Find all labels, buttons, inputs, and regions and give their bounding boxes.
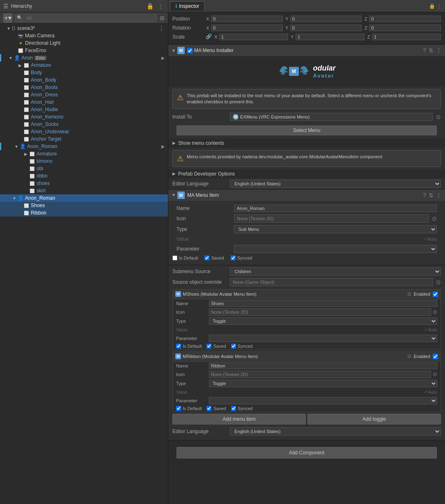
ribbon-type-select[interactable]: Toggle <box>209 380 437 387</box>
scale-x-input[interactable] <box>219 34 288 40</box>
menu-item-synced-checkbox[interactable] <box>231 255 236 260</box>
tree-item-faceemo[interactable]: ▶ ⬜ FaceEmo <box>0 47 168 54</box>
menu-item-more-icon[interactable]: ⋮ <box>436 192 442 198</box>
install-to-target-icon[interactable]: ⊙ <box>436 114 441 120</box>
shoes-synced-checkbox[interactable] <box>231 344 236 349</box>
tree-item-anon-dress[interactable]: ▶ ⬜ Anon_Dress <box>0 91 168 98</box>
hierarchy-menu-icon[interactable]: ☰ <box>3 3 9 9</box>
add-object-button[interactable]: +▾ <box>3 14 12 23</box>
inspector-lock-icon[interactable]: 🔒 <box>429 3 435 9</box>
ribbon-parameter-select[interactable] <box>209 397 437 404</box>
tree-item-anon[interactable]: ▼ 👤 Anon Emo ▶ <box>2 54 168 62</box>
menu-item-icon-value[interactable]: None (Texture 2D) <box>234 214 429 223</box>
tree-item-anon-hair[interactable]: ▶ ⬜ Anon_Hair <box>0 98 168 106</box>
editor-language-select1[interactable]: English (United States) <box>230 180 441 188</box>
installer-more-icon[interactable]: ⋮ <box>436 47 442 54</box>
menu-item-name-input[interactable] <box>234 205 437 212</box>
install-to-value[interactable]: 🔄 EXMenu (VRC Expressions Menu) <box>230 113 433 121</box>
editor-language-select2[interactable]: English (United States) <box>230 427 441 436</box>
hierarchy-lock-icon[interactable]: 🔒 <box>145 2 155 10</box>
shoes-type-select[interactable]: Toggle <box>209 317 437 325</box>
installer-help-icon[interactable]: ? <box>423 47 426 54</box>
tree-item-main-camera[interactable]: ▶ 📷 Main Camera <box>0 32 168 39</box>
installer-settings-icon[interactable]: ⇅ <box>429 47 434 54</box>
shoes-name-input[interactable] <box>209 300 437 307</box>
tree-item-anon-roman2[interactable]: ▼ 👤 Anon_Roman <box>0 194 168 202</box>
add-menu-item-button[interactable]: Add menu item <box>172 414 306 424</box>
ma-menu-item-header[interactable]: ▼ M MA Menu Item ? ⇅ ⋮ <box>168 189 445 201</box>
add-toggle-button[interactable]: Add toggle <box>307 414 441 424</box>
inspector-more-icon[interactable]: ⋮ <box>437 3 442 9</box>
tree-item-anon-socks[interactable]: ▶ ⬜ Anon_Socks <box>0 121 168 128</box>
tree-item-armature2[interactable]: ▶ ⬜ Armature <box>0 150 168 157</box>
source-object-value[interactable]: None (Game Object) <box>230 278 433 286</box>
anon-roman1-expand-icon[interactable]: ▶ <box>161 144 165 149</box>
tree-item-anon-boots[interactable]: ▶ ⬜ Anon_Boots <box>0 84 168 91</box>
ribbon-enabled-checkbox[interactable] <box>433 354 438 359</box>
scale-y-input[interactable] <box>296 34 365 40</box>
tree-item-directional-light[interactable]: ▶ ☀ Directional Light <box>0 39 168 47</box>
ribbon-is-default-checkbox[interactable] <box>176 406 181 411</box>
tree-item-anon-roman1-wrapper[interactable]: ▼ 👤 Anon_Roman ▶ <box>0 143 168 150</box>
position-y-input[interactable] <box>290 16 362 22</box>
tree-item-anchor-target[interactable]: ▶ ⬜ Anchor Target <box>0 135 168 143</box>
tree-item-anon-hudie[interactable]: ▶ ⬜ Anon_Hudie <box>0 106 168 113</box>
menu-item-saved-checkbox[interactable] <box>204 255 209 260</box>
menu-item-parameter-select[interactable] <box>234 245 437 253</box>
ribbon-name-input[interactable] <box>209 363 437 369</box>
menu-item-icon-target[interactable]: ⊙ <box>432 215 437 222</box>
menu-item-is-default-checkbox[interactable] <box>172 255 177 260</box>
tree-item-shoes2[interactable]: ▶ ⬜ Shoes <box>0 202 168 209</box>
scale-z-input[interactable] <box>372 34 441 40</box>
tree-item-anon-kemono[interactable]: ▶ ⬜ Anon_Kemono <box>0 113 168 121</box>
inspector-tab[interactable]: ℹ Inspector <box>170 1 204 11</box>
menu-item-settings-icon[interactable]: ⇅ <box>429 192 434 198</box>
hierarchy-more-icon[interactable]: ⋮ <box>156 2 165 10</box>
tree-item-obi[interactable]: ▶ ⬜ obi <box>0 165 168 172</box>
menu-item-help-icon[interactable]: ? <box>423 192 426 198</box>
shoes-enabled-checkbox[interactable] <box>433 292 438 297</box>
position-z-input[interactable] <box>369 16 441 22</box>
shoes-icon-value[interactable]: None (Texture 2D) <box>209 308 431 316</box>
scene3-more-icon[interactable]: ⋮ <box>158 25 165 32</box>
ribbon-icon-target-icon[interactable]: ⊙ <box>433 371 437 377</box>
menu-item-type-select[interactable]: Sub Menu <box>234 225 437 233</box>
installer-enabled-checkbox[interactable] <box>187 48 193 53</box>
ma-menu-installer-header[interactable]: ▼ M MA Menu Installer ? ⇅ ⋮ <box>168 45 445 56</box>
ribbon-target-icon[interactable]: ⊙ <box>407 353 411 359</box>
search-input[interactable] <box>24 14 155 22</box>
tree-item-ribbon[interactable]: ▶ ⬜ Ribbon <box>0 209 168 217</box>
tree-item-anon-underwear[interactable]: ▶ ⬜ Anon_Underwear <box>0 128 168 135</box>
show-menu-contents-toggle[interactable]: ▶ Show menu contents <box>168 139 445 148</box>
tree-item-ribbn[interactable]: ▶ ⬜ ribbn <box>0 172 168 180</box>
tree-item-scene3[interactable]: ▼ 🗋 scene3* ⋮ <box>0 25 168 32</box>
anon-expand-icon[interactable]: ▶ <box>161 55 165 61</box>
tree-item-armature1[interactable]: ▶ ⬜ Armature <box>0 62 168 69</box>
rotation-y-input[interactable] <box>290 25 362 31</box>
tree-item-body[interactable]: ▶ ⬜ Body <box>0 69 168 76</box>
tree-item-anon-roman1[interactable]: ▼ 👤 Anon_Roman ▶ <box>2 143 168 150</box>
source-object-target-icon[interactable]: ⊙ <box>436 279 441 285</box>
tree-item-shoes1[interactable]: ▶ ⬜ shoes <box>0 180 168 187</box>
tree-item-anon-wrapper[interactable]: ▼ 👤 Anon Emo ▶ <box>0 54 168 62</box>
shoes-target-icon[interactable]: ⊙ <box>407 291 411 297</box>
ribbon-saved-checkbox[interactable] <box>206 406 211 411</box>
shoes-parameter-select[interactable] <box>209 335 437 342</box>
search-expand-icon[interactable]: ⊞ <box>160 15 165 21</box>
rotation-x-input[interactable] <box>211 25 283 31</box>
rotation-z-input[interactable] <box>369 25 441 31</box>
position-x-input[interactable] <box>211 16 283 22</box>
ribbon-synced-checkbox[interactable] <box>231 406 236 411</box>
tree-item-kimono[interactable]: ▶ ⬜ kimono <box>0 157 168 165</box>
submenu-source-select[interactable]: Children <box>230 267 441 276</box>
shoes-icon-target-icon[interactable]: ⊙ <box>433 309 437 315</box>
shoes-saved-checkbox[interactable] <box>206 344 211 349</box>
shoes-is-default-checkbox[interactable] <box>176 344 181 349</box>
select-menu-button[interactable]: Select Menu <box>177 125 437 135</box>
tree-item-anon-body[interactable]: ▶ ⬜ Anon_Body <box>0 76 168 84</box>
tree-item-skirt[interactable]: ▶ ⬜ skirt <box>0 187 168 194</box>
ribbon-icon-value[interactable]: None (Texture 2D) <box>209 371 431 378</box>
scale-link-icon[interactable]: 🔗 <box>205 34 212 40</box>
prefab-dev-toggle[interactable]: ▶ Prefab Developer Options <box>168 169 445 178</box>
add-component-button[interactable]: Add Component <box>177 447 437 458</box>
